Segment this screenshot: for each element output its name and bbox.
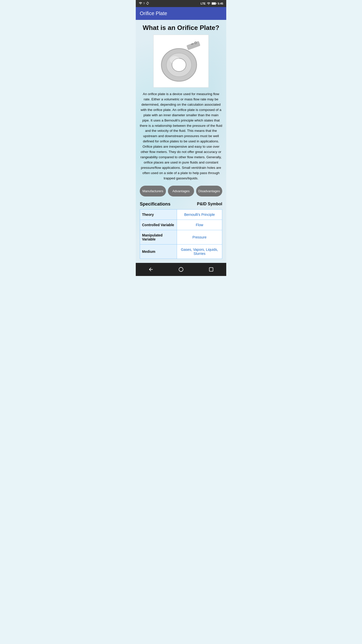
spec-value-manipulated[interactable]: Pressure: [177, 230, 222, 244]
svg-rect-1: [212, 3, 215, 5]
svg-rect-14: [209, 267, 213, 271]
back-icon: [148, 267, 154, 272]
lte-label: LTE: [201, 2, 206, 5]
spec-value-controlled[interactable]: Flow: [177, 220, 222, 230]
main-content: What is an Orifice Plate? An orifice pla…: [136, 20, 226, 263]
bottom-navigation: [136, 263, 226, 276]
spec-property-theory: Theory: [140, 209, 177, 220]
svg-point-13: [179, 267, 183, 271]
advantages-button[interactable]: Advantages: [168, 186, 194, 196]
table-row: Theory Bernoulli's Principle: [140, 209, 222, 220]
clock: 5:45: [218, 2, 223, 5]
svg-rect-3: [187, 41, 201, 50]
spec-property-controlled: Controlled Variable: [140, 220, 177, 230]
description-text: An orifice plate is a device used for me…: [140, 92, 222, 181]
spec-value-theory[interactable]: Bernoulli's Principle: [177, 209, 222, 220]
orifice-plate-image: [153, 35, 209, 88]
sync-icon: [146, 2, 149, 6]
specs-header: Specifications P&ID Symbol: [140, 202, 222, 207]
back-button[interactable]: [148, 267, 154, 272]
status-bar: ? LTE 5:45: [136, 0, 226, 7]
specs-title: Specifications: [140, 202, 170, 207]
recents-icon: [208, 267, 214, 272]
table-row: Medium Gases, Vapors, Liquids, Slurries: [140, 244, 222, 259]
home-icon: [178, 267, 184, 272]
signal-icon: [207, 2, 211, 5]
svg-point-12: [170, 56, 180, 64]
page-title: What is an Orifice Plate?: [140, 24, 222, 32]
app-title: Orifice Plate: [140, 11, 167, 16]
battery-icon: [212, 2, 217, 5]
app-bar: Orifice Plate: [136, 7, 226, 20]
spec-property-medium: Medium: [140, 244, 177, 259]
action-buttons: Manufacturers Advantages Disadvantages: [140, 186, 222, 196]
table-row: Controlled Variable Flow: [140, 220, 222, 230]
pid-symbol-label: P&ID Symbol: [197, 202, 222, 206]
status-right: LTE 5:45: [201, 2, 223, 5]
home-button[interactable]: [178, 267, 184, 272]
spec-value-medium[interactable]: Gases, Vapors, Liquids, Slurries: [177, 244, 222, 259]
wifi-icon: [139, 2, 142, 6]
table-row: Manipulated Variable Pressure: [140, 230, 222, 244]
manufacturers-button[interactable]: Manufacturers: [140, 186, 166, 196]
question-mark: ?: [143, 2, 145, 5]
disadvantages-button[interactable]: Disadvantages: [196, 186, 222, 196]
specs-table: Theory Bernoulli's Principle Controlled …: [140, 209, 222, 259]
orifice-plate-illustration: [158, 40, 204, 83]
svg-rect-2: [216, 3, 217, 4]
recents-button[interactable]: [208, 267, 214, 272]
spec-property-manipulated: Manipulated Variable: [140, 230, 177, 244]
status-left: ?: [139, 2, 149, 6]
